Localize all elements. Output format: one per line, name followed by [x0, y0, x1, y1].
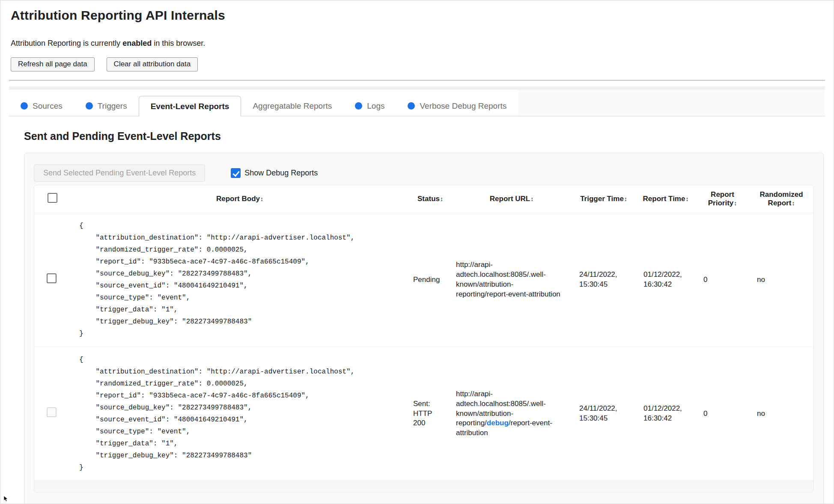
report-url: http://arapi-adtech.localhost:8085/.well…	[452, 213, 572, 347]
status-dot-icon	[86, 102, 93, 110]
refresh-all-button[interactable]: Refresh all page data	[11, 57, 95, 71]
report-time: 01/12/2022, 16:30:42	[636, 347, 696, 481]
sort-icon: ↕	[440, 196, 443, 202]
show-debug-reports-toggle[interactable]: Show Debug Reports	[231, 168, 318, 178]
trigger-time: 24/11/2022, 15:30:45	[572, 347, 636, 481]
report-status: Pending	[409, 213, 452, 347]
tab-triggers[interactable]: Triggers	[74, 96, 139, 116]
report-body-json: { "attribution_destination": "http://ara…	[79, 220, 403, 340]
sort-icon: ↕	[624, 196, 627, 202]
report-body-json: { "attribution_destination": "http://ara…	[79, 354, 403, 474]
report-row-sent: { "attribution_destination": "http://ara…	[34, 347, 813, 481]
trigger-time: 24/11/2022, 15:30:45	[572, 213, 636, 347]
report-time: 01/12/2022, 16:30:42	[636, 213, 696, 347]
report-url: http://arapi-adtech.localhost:8085/.well…	[452, 347, 572, 481]
tab-event-level-reports[interactable]: Event-Level Reports	[139, 96, 241, 116]
api-status-state: enabled	[122, 39, 152, 47]
debug-url-segment[interactable]: debug	[487, 419, 509, 427]
section-heading: Sent and Pending Event-Level Reports	[24, 130, 834, 142]
page-header: Attribution Reporting API Internals Attr…	[0, 0, 834, 71]
report-row-pending: { "attribution_destination": "http://ara…	[34, 213, 813, 347]
sort-icon: ↕	[792, 200, 795, 207]
reports-table: Report Body↕ Status↕ Report URL↕ Trigger…	[34, 185, 813, 480]
sort-icon: ↕	[734, 200, 737, 207]
tab-sources[interactable]: Sources	[9, 96, 74, 116]
report-status: Sent: HTTP 200	[409, 347, 452, 481]
send-selected-reports-button[interactable]: Send Selected Pending Event-Level Report…	[34, 164, 205, 182]
sort-icon: ↕	[685, 196, 688, 202]
column-header-status[interactable]: Status↕	[409, 185, 452, 213]
column-header-report-time[interactable]: Report Time↕	[636, 185, 696, 213]
clear-all-button[interactable]: Clear all attribution data	[107, 57, 198, 71]
randomized-report: no	[749, 347, 813, 481]
report-priority: 0	[696, 213, 749, 347]
status-dot-icon	[21, 102, 28, 110]
reports-table-container: Report Body↕ Status↕ Report URL↕ Trigger…	[34, 185, 814, 492]
column-header-report-url[interactable]: Report URL↕	[452, 185, 572, 213]
page-title: Attribution Reporting API Internals	[11, 8, 823, 23]
tab-verbose-debug-reports[interactable]: Verbose Debug Reports	[396, 96, 518, 116]
mouse-cursor-icon	[3, 495, 9, 502]
table-footer-strip	[34, 480, 813, 492]
select-all-checkbox[interactable]	[48, 193, 57, 203]
divider	[9, 80, 825, 81]
column-header-report-priority[interactable]: Report Priority↕	[696, 185, 749, 213]
tab-strip: Sources Triggers Event-Level Reports Agg…	[9, 90, 825, 116]
tab-aggregatable-reports[interactable]: Aggregatable Reports	[241, 96, 343, 116]
table-header-row: Report Body↕ Status↕ Report URL↕ Trigger…	[34, 185, 813, 213]
column-header-trigger-time[interactable]: Trigger Time↕	[572, 185, 636, 213]
row-checkbox	[47, 407, 57, 417]
panel-toolbar: Send Selected Pending Event-Level Report…	[34, 164, 814, 182]
sort-icon: ↕	[260, 196, 263, 202]
report-priority: 0	[696, 347, 749, 481]
sort-icon: ↕	[530, 196, 533, 202]
show-debug-label: Show Debug Reports	[244, 169, 318, 178]
top-toolbar: Refresh all page data Clear all attribut…	[11, 57, 823, 71]
show-debug-checkbox[interactable]	[231, 168, 241, 178]
event-level-reports-panel: Send Selected Pending Event-Level Report…	[24, 153, 824, 504]
row-checkbox[interactable]	[47, 273, 57, 283]
tab-logs[interactable]: Logs	[343, 96, 396, 116]
tab-strip-filler	[518, 90, 825, 116]
status-dot-icon	[355, 102, 362, 110]
column-header-randomized-report[interactable]: Randomized Report↕	[749, 185, 813, 213]
tabbox-top-edge	[9, 86, 825, 90]
status-dot-icon	[408, 102, 415, 110]
column-header-report-body[interactable]: Report Body↕	[71, 185, 409, 213]
randomized-report: no	[749, 213, 813, 347]
api-status-text: Attribution Reporting is currently enabl…	[11, 39, 823, 48]
